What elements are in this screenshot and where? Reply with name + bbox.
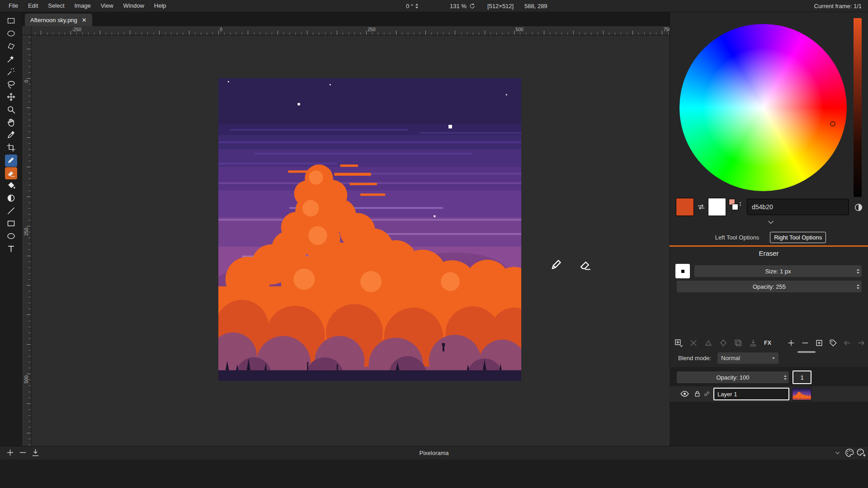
layer-fx-button[interactable]: FX	[763, 338, 772, 348]
horizontal-ruler[interactable]: -2500250500750	[31, 26, 670, 35]
tool-crop[interactable]	[5, 142, 17, 154]
hex-color-input[interactable]	[747, 199, 849, 215]
tool-select-by-color[interactable]	[5, 53, 17, 66]
layer-link-icon[interactable]	[703, 390, 710, 397]
ruler-tick	[28, 421, 31, 422]
ruler-tick	[27, 433, 31, 433]
layer-opacity-spinner[interactable]: Opacity: 100	[677, 371, 789, 383]
remove-frame-button[interactable]	[800, 338, 810, 348]
eraser-size-spinner[interactable]: Size: 1 px	[694, 265, 862, 277]
tab-right-tool-options[interactable]: Right Tool Options	[770, 232, 826, 243]
frame-cell-1[interactable]: 1	[793, 371, 811, 384]
ruler-tick	[171, 33, 171, 35]
ruler-tick	[147, 33, 148, 35]
tool-ellipse-select[interactable]	[5, 28, 17, 40]
tool-text[interactable]	[5, 243, 17, 255]
ruler-tick	[650, 33, 651, 35]
ruler-tick	[88, 33, 89, 35]
small-color-swatch-bottom[interactable]	[732, 204, 738, 210]
tool-rectangle-select[interactable]	[5, 15, 17, 28]
tool-bucket[interactable]	[5, 180, 17, 192]
tab-left-tool-options[interactable]: Left Tool Options	[712, 232, 763, 243]
blend-mode-row: Blend mode: Normal	[678, 352, 863, 364]
remove-layer-button[interactable]	[689, 338, 698, 348]
menu-file[interactable]: File	[4, 0, 23, 12]
clone-layer-button[interactable]	[733, 338, 743, 348]
color-wheel-cursor[interactable]	[830, 121, 835, 127]
canvas-image[interactable]	[218, 78, 521, 381]
tool-color-picker[interactable]	[5, 129, 17, 141]
ruler-tick	[28, 102, 31, 102]
layer-thumbnail[interactable]	[792, 388, 811, 400]
ruler-tick	[431, 33, 432, 35]
rotation-arrows[interactable]	[415, 4, 418, 9]
tool-shading[interactable]	[5, 192, 17, 205]
palette-edit-icon[interactable]	[856, 448, 866, 458]
clone-frame-button[interactable]	[814, 338, 824, 348]
tool-ellipse[interactable]	[5, 230, 17, 243]
zoom-indicator[interactable]: 131 %	[450, 0, 476, 12]
layer-lock-icon[interactable]	[693, 390, 701, 398]
ruler-tick	[289, 33, 290, 35]
tool-move[interactable]	[5, 91, 17, 103]
add-frame-button[interactable]	[786, 338, 796, 348]
menu-edit[interactable]: Edit	[23, 0, 43, 12]
tool-line[interactable]	[5, 205, 17, 217]
tool-polygon-select[interactable]	[5, 41, 17, 53]
tool-pencil[interactable]	[5, 155, 17, 167]
secondary-color-swatch[interactable]	[708, 198, 726, 216]
merge-down-button[interactable]	[748, 338, 758, 348]
ruler-tick	[28, 126, 31, 126]
ruler-tick	[27, 374, 31, 374]
ruler-tick	[28, 90, 31, 90]
tab-close-icon[interactable]: ✕	[82, 17, 87, 23]
frame-tag-button[interactable]	[828, 338, 838, 348]
palette-icon[interactable]	[844, 448, 854, 458]
tool-lasso[interactable]	[5, 79, 17, 91]
color-mode-icon[interactable]	[854, 202, 863, 212]
color-wheel[interactable]	[679, 24, 847, 191]
add-layer-button[interactable]	[674, 338, 684, 348]
layer-group-button[interactable]	[718, 338, 728, 348]
ruler-tick	[27, 404, 31, 404]
ruler-tick	[53, 33, 53, 35]
tool-eraser[interactable]	[5, 167, 17, 179]
chevron-down-icon[interactable]	[766, 218, 775, 227]
h-ruler-label: 0	[220, 27, 222, 32]
tool-zoom[interactable]	[5, 104, 17, 116]
move-layer-up-button[interactable]	[703, 338, 713, 348]
menu-image[interactable]: Image	[70, 0, 96, 12]
tool-pan[interactable]	[5, 117, 17, 129]
ruler-tick	[532, 33, 533, 35]
ellipse-icon	[6, 231, 16, 242]
value-slider[interactable]	[854, 18, 862, 197]
tool-magic-wand[interactable]	[5, 66, 17, 78]
brush-preview-button[interactable]	[675, 264, 690, 278]
palette-chevron-icon[interactable]	[834, 450, 841, 456]
vertical-ruler[interactable]: 0250500	[22, 35, 31, 446]
ruler-tick	[508, 33, 509, 35]
tool-rectangle[interactable]	[5, 218, 17, 230]
move-frame-left-button[interactable]	[842, 338, 852, 348]
small-swap-icon[interactable]	[738, 202, 743, 206]
menu-view[interactable]: View	[96, 0, 118, 12]
zoom-reset-icon[interactable]	[469, 3, 476, 9]
move-frame-right-button[interactable]	[856, 338, 866, 348]
ruler-tick	[28, 131, 31, 132]
primary-color-swatch[interactable]	[676, 198, 694, 216]
eraser-opacity-spinner[interactable]: Opacity: 255	[677, 281, 862, 292]
swap-colors-icon[interactable]	[697, 202, 706, 211]
file-tab[interactable]: Afternoon sky.png ✕	[25, 14, 92, 26]
layer-name-field[interactable]: Layer 1	[713, 388, 789, 400]
rotation-spinner[interactable]: 0 °	[406, 0, 418, 12]
ruler-tick	[28, 297, 31, 297]
layer-visibility-eye-icon[interactable]	[680, 389, 689, 399]
rectangle-select-icon	[6, 16, 16, 27]
menu-window[interactable]: Window	[118, 0, 149, 12]
ruler-tick	[28, 321, 31, 321]
blend-mode-dropdown[interactable]: Normal	[717, 352, 778, 364]
ruler-tick	[479, 33, 479, 35]
canvas-viewport[interactable]	[31, 35, 670, 446]
menu-help[interactable]: Help	[149, 0, 171, 12]
menu-select[interactable]: Select	[43, 0, 69, 12]
